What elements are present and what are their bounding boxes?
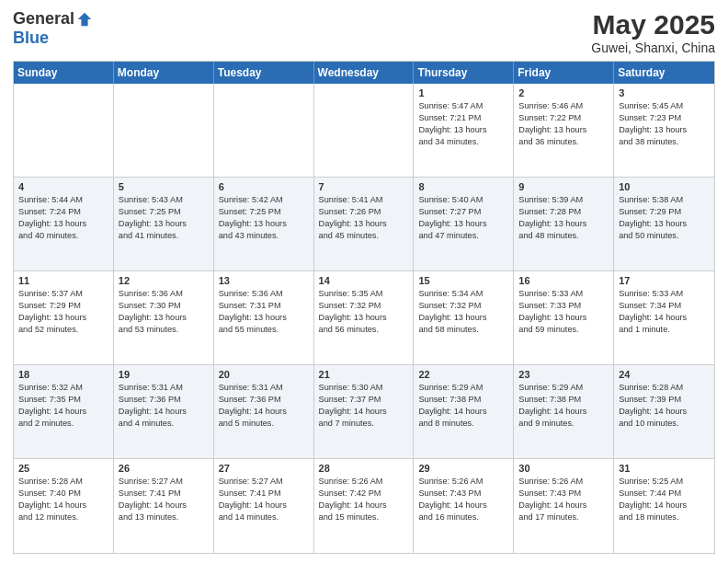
cell-info: Sunrise: 5:31 AM Sunset: 7:36 PM Dayligh…: [119, 382, 209, 430]
calendar-cell: 4Sunrise: 5:44 AM Sunset: 7:24 PM Daylig…: [14, 178, 114, 270]
calendar-cell: 7Sunrise: 5:41 AM Sunset: 7:26 PM Daylig…: [314, 178, 415, 270]
cell-info: Sunrise: 5:33 AM Sunset: 7:33 PM Dayligh…: [518, 288, 609, 336]
cell-number: 6: [219, 181, 309, 192]
cell-info: Sunrise: 5:47 AM Sunset: 7:21 PM Dayligh…: [418, 100, 508, 148]
cell-number: 27: [219, 463, 309, 474]
cell-info: Sunrise: 5:32 AM Sunset: 7:35 PM Dayligh…: [18, 382, 108, 430]
logo-general: General: [13, 9, 74, 29]
day-headers: SundayMondayTuesdayWednesdayThursdayFrid…: [14, 62, 714, 84]
calendar-cell: 12Sunrise: 5:36 AM Sunset: 7:30 PM Dayli…: [114, 271, 214, 364]
calendar-cell: [14, 84, 114, 177]
calendar-cell: 16Sunrise: 5:33 AM Sunset: 7:33 PM Dayli…: [514, 271, 614, 364]
calendar-cell: [114, 84, 214, 177]
cell-info: Sunrise: 5:37 AM Sunset: 7:29 PM Dayligh…: [18, 288, 108, 336]
cell-info: Sunrise: 5:27 AM Sunset: 7:41 PM Dayligh…: [219, 476, 309, 523]
title-section: May 2025 Guwei, Shanxi, China: [591, 9, 715, 55]
calendar-cell: 28Sunrise: 5:26 AM Sunset: 7:42 PM Dayli…: [314, 459, 415, 553]
day-header-monday: Monday: [114, 62, 214, 84]
calendar-cell: 26Sunrise: 5:27 AM Sunset: 7:41 PM Dayli…: [114, 459, 214, 553]
day-header-sunday: Sunday: [14, 62, 114, 84]
calendar-cell: 2Sunrise: 5:46 AM Sunset: 7:22 PM Daylig…: [514, 84, 614, 177]
cell-number: 30: [518, 463, 609, 474]
cell-info: Sunrise: 5:30 AM Sunset: 7:37 PM Dayligh…: [319, 382, 409, 430]
cell-info: Sunrise: 5:35 AM Sunset: 7:32 PM Dayligh…: [319, 288, 409, 336]
cell-info: Sunrise: 5:33 AM Sunset: 7:34 PM Dayligh…: [619, 288, 710, 336]
cell-info: Sunrise: 5:28 AM Sunset: 7:40 PM Dayligh…: [18, 476, 108, 523]
cell-number: 22: [418, 369, 508, 380]
svg-marker-0: [78, 12, 91, 25]
calendar-row: 11Sunrise: 5:37 AM Sunset: 7:29 PM Dayli…: [14, 271, 714, 365]
cell-info: Sunrise: 5:34 AM Sunset: 7:32 PM Dayligh…: [418, 288, 508, 336]
calendar-cell: 20Sunrise: 5:31 AM Sunset: 7:36 PM Dayli…: [214, 365, 314, 458]
calendar-cell: 24Sunrise: 5:28 AM Sunset: 7:39 PM Dayli…: [614, 365, 714, 458]
calendar-cell: 30Sunrise: 5:26 AM Sunset: 7:43 PM Dayli…: [514, 459, 614, 553]
day-header-thursday: Thursday: [414, 62, 514, 84]
cell-info: Sunrise: 5:26 AM Sunset: 7:42 PM Dayligh…: [319, 476, 409, 523]
cell-info: Sunrise: 5:28 AM Sunset: 7:39 PM Dayligh…: [619, 382, 710, 430]
calendar-cell: 10Sunrise: 5:38 AM Sunset: 7:29 PM Dayli…: [614, 178, 714, 270]
calendar-cell: 1Sunrise: 5:47 AM Sunset: 7:21 PM Daylig…: [414, 84, 514, 177]
calendar-cell: 22Sunrise: 5:29 AM Sunset: 7:38 PM Dayli…: [414, 365, 514, 458]
cell-number: 17: [619, 275, 710, 286]
cell-info: Sunrise: 5:41 AM Sunset: 7:26 PM Dayligh…: [319, 194, 409, 242]
cell-number: 7: [319, 181, 409, 192]
cell-number: 14: [319, 275, 409, 286]
cell-number: 13: [219, 275, 309, 286]
calendar-row: 4Sunrise: 5:44 AM Sunset: 7:24 PM Daylig…: [14, 178, 714, 271]
calendar-cell: 21Sunrise: 5:30 AM Sunset: 7:37 PM Dayli…: [314, 365, 415, 458]
cell-number: 25: [18, 463, 108, 474]
cell-number: 3: [619, 87, 710, 98]
calendar: SundayMondayTuesdayWednesdayThursdayFrid…: [13, 61, 715, 554]
cell-info: Sunrise: 5:46 AM Sunset: 7:22 PM Dayligh…: [518, 100, 609, 148]
cell-number: 28: [319, 463, 409, 474]
cell-info: Sunrise: 5:31 AM Sunset: 7:36 PM Dayligh…: [219, 382, 309, 430]
calendar-row: 1Sunrise: 5:47 AM Sunset: 7:21 PM Daylig…: [14, 84, 714, 178]
cell-info: Sunrise: 5:44 AM Sunset: 7:24 PM Dayligh…: [18, 194, 108, 242]
page: General Blue May 2025 Guwei, Shanxi, Chi…: [0, 0, 728, 563]
cell-number: 20: [219, 369, 309, 380]
calendar-cell: 18Sunrise: 5:32 AM Sunset: 7:35 PM Dayli…: [14, 365, 114, 458]
cell-number: 9: [518, 181, 609, 192]
calendar-cell: 11Sunrise: 5:37 AM Sunset: 7:29 PM Dayli…: [14, 271, 114, 364]
cell-info: Sunrise: 5:27 AM Sunset: 7:41 PM Dayligh…: [119, 476, 209, 523]
cell-info: Sunrise: 5:36 AM Sunset: 7:30 PM Dayligh…: [119, 288, 209, 336]
logo: General Blue: [13, 9, 93, 48]
cell-number: 18: [18, 369, 108, 380]
day-header-friday: Friday: [514, 62, 614, 84]
cell-info: Sunrise: 5:43 AM Sunset: 7:25 PM Dayligh…: [119, 194, 209, 242]
cell-number: 24: [619, 369, 710, 380]
cell-number: 23: [518, 369, 609, 380]
calendar-row: 18Sunrise: 5:32 AM Sunset: 7:35 PM Dayli…: [14, 365, 714, 459]
cell-info: Sunrise: 5:38 AM Sunset: 7:29 PM Dayligh…: [619, 194, 710, 242]
cell-info: Sunrise: 5:40 AM Sunset: 7:27 PM Dayligh…: [418, 194, 508, 242]
calendar-cell: 9Sunrise: 5:39 AM Sunset: 7:28 PM Daylig…: [514, 178, 614, 270]
cell-info: Sunrise: 5:26 AM Sunset: 7:43 PM Dayligh…: [418, 476, 508, 523]
cell-number: 31: [619, 463, 710, 474]
cell-info: Sunrise: 5:29 AM Sunset: 7:38 PM Dayligh…: [518, 382, 609, 430]
calendar-cell: 31Sunrise: 5:25 AM Sunset: 7:44 PM Dayli…: [614, 459, 714, 553]
day-header-saturday: Saturday: [614, 62, 714, 84]
cell-number: 16: [518, 275, 609, 286]
cell-number: 15: [418, 275, 508, 286]
month-title: May 2025: [591, 9, 715, 40]
calendar-cell: 23Sunrise: 5:29 AM Sunset: 7:38 PM Dayli…: [514, 365, 614, 458]
logo-icon: [76, 11, 93, 28]
calendar-cell: 19Sunrise: 5:31 AM Sunset: 7:36 PM Dayli…: [114, 365, 214, 458]
calendar-cell: 27Sunrise: 5:27 AM Sunset: 7:41 PM Dayli…: [214, 459, 314, 553]
cell-number: 29: [418, 463, 508, 474]
calendar-cell: [214, 84, 314, 177]
logo-blue: Blue: [13, 29, 49, 48]
cell-number: 21: [319, 369, 409, 380]
cell-number: 19: [119, 369, 209, 380]
calendar-cell: 5Sunrise: 5:43 AM Sunset: 7:25 PM Daylig…: [114, 178, 214, 270]
cell-number: 12: [119, 275, 209, 286]
calendar-cell: 17Sunrise: 5:33 AM Sunset: 7:34 PM Dayli…: [614, 271, 714, 364]
cell-number: 2: [518, 87, 609, 98]
cell-info: Sunrise: 5:36 AM Sunset: 7:31 PM Dayligh…: [219, 288, 309, 336]
calendar-row: 25Sunrise: 5:28 AM Sunset: 7:40 PM Dayli…: [14, 459, 714, 553]
calendar-cell: 13Sunrise: 5:36 AM Sunset: 7:31 PM Dayli…: [214, 271, 314, 364]
cell-number: 8: [418, 181, 508, 192]
cell-info: Sunrise: 5:26 AM Sunset: 7:43 PM Dayligh…: [518, 476, 609, 523]
calendar-cell: 15Sunrise: 5:34 AM Sunset: 7:32 PM Dayli…: [414, 271, 514, 364]
cell-info: Sunrise: 5:25 AM Sunset: 7:44 PM Dayligh…: [619, 476, 710, 523]
